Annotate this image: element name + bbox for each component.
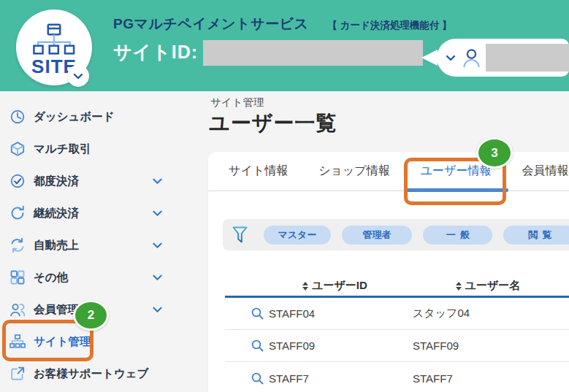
table-row: STAFF04 スタッフ04 — [225, 298, 569, 330]
user-table: ユーザーID ユーザー名 STAFF04 スタッフ — [225, 276, 569, 392]
tab-bar: サイト情報 ショップ情報 ユーザー情報 会員情報検索 — [208, 152, 569, 191]
sidebar-item-dashboard[interactable]: ダッシュボード — [0, 101, 208, 133]
column-header-user-id[interactable]: ユーザーID — [263, 279, 407, 293]
sidebar-item-customer-support-web[interactable]: お客様サポートウェブ — [0, 358, 208, 390]
row-detail-button[interactable] — [225, 372, 263, 385]
service-subtitle: 【 カード決済処理機能付 】 — [327, 19, 451, 32]
bubble-tail — [421, 50, 438, 66]
role-filter-bar: マスター 管理者 一般 閲覧 — [223, 219, 569, 250]
tab-member-info-search[interactable]: 会員情報検索 — [522, 152, 569, 191]
check-circle-icon — [9, 173, 26, 189]
repeat-icon — [9, 205, 26, 221]
sidebar-item-multi-transaction[interactable]: マルチ取引 — [0, 133, 208, 165]
tab-shop-info[interactable]: ショップ情報 — [318, 152, 390, 191]
sort-icon — [456, 282, 462, 291]
cell-user-id: STAFF09 — [263, 339, 407, 352]
chevron-down-icon — [153, 307, 162, 313]
sidebar-item-onetime-payment[interactable]: 都度決済 — [0, 165, 208, 197]
chevron-down-icon — [153, 274, 162, 281]
chevron-down-icon — [153, 178, 162, 185]
sync-icon — [9, 237, 26, 253]
members-icon — [9, 301, 26, 318]
filter-chip-admin[interactable]: 管理者 — [342, 226, 412, 245]
table-row: STAFF09 STAFF09 — [225, 330, 569, 362]
admin-screen: SITE PGマルチペイメントサービス 【 カード決済処理機能付 】 サイトID… — [0, 0, 569, 392]
step-badge-2: 2 — [73, 300, 109, 331]
site-id-label: サイトID: — [113, 40, 198, 64]
filter-chip-view[interactable]: 閲覧 — [503, 226, 569, 245]
sidebar-item-site-management[interactable]: サイト管理 — [0, 326, 208, 358]
sidebar-item-others[interactable]: その他 — [0, 261, 208, 293]
chevron-down-icon — [153, 210, 162, 217]
chevron-down-icon — [73, 73, 83, 80]
user-icon — [462, 48, 481, 68]
content-card: サイト情報 ショップ情報 ユーザー情報 会員情報検索 マスター 管理者 一般 閲… — [208, 152, 569, 392]
magnifier-icon — [251, 339, 264, 352]
tab-site-info[interactable]: サイト情報 — [229, 152, 288, 191]
app-header: SITE PGマルチペイメントサービス 【 カード決済処理機能付 】 サイトID… — [0, 0, 569, 91]
cell-user-name: スタッフ04 — [407, 307, 569, 320]
user-name-redacted — [486, 44, 569, 72]
column-header-user-name[interactable]: ユーザー名 — [407, 279, 569, 293]
logo-menu-button[interactable] — [67, 65, 89, 87]
breadcrumb[interactable]: サイト管理 — [210, 96, 264, 109]
cell-user-name: STAFF09 — [407, 339, 569, 352]
magnifier-icon — [251, 372, 264, 385]
cell-user-name: STAFF7 — [407, 372, 569, 385]
service-title: PGマルチペイメントサービス — [113, 15, 308, 34]
cube-icon — [9, 141, 26, 157]
user-account-menu[interactable] — [421, 39, 569, 77]
sitemap-logo-icon — [33, 23, 75, 55]
page-title: ユーザー一覧 — [209, 109, 337, 137]
row-detail-button[interactable] — [225, 307, 263, 320]
dashboard-icon — [9, 109, 26, 125]
external-link-icon — [9, 366, 26, 382]
table-row: STAFF7 STAFF7 — [225, 362, 569, 392]
filter-chip-master[interactable]: マスター — [264, 226, 331, 245]
sitemap-icon — [9, 334, 26, 350]
sidebar-nav: ダッシュボード マルチ取引 都度決済 — [0, 91, 208, 390]
user-table-header: ユーザーID ユーザー名 — [225, 276, 569, 298]
cell-user-id: STAFF7 — [263, 372, 407, 385]
cell-user-id: STAFF04 — [263, 307, 407, 320]
sort-icon — [302, 282, 308, 291]
filter-chip-general[interactable]: 一般 — [423, 226, 492, 245]
sidebar-item-auto-sales[interactable]: 自動売上 — [0, 229, 208, 261]
grid-icon — [9, 269, 26, 285]
sidebar-item-recurring-payment[interactable]: 継続決済 — [0, 197, 208, 229]
step-badge-3: 3 — [476, 137, 513, 169]
chevron-down-icon — [446, 55, 456, 61]
site-id-redacted — [203, 40, 423, 66]
filter-funnel-icon — [232, 226, 248, 244]
magnifier-icon — [251, 307, 264, 320]
chevron-down-icon — [153, 242, 162, 249]
row-detail-button[interactable] — [225, 339, 263, 352]
